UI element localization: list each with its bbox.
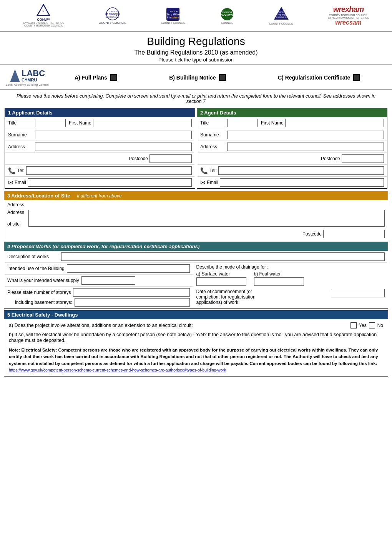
description-label: Description of works <box>7 254 61 259</box>
agent-address-row: Address <box>197 141 387 153</box>
electrical-no-label: No <box>377 323 383 328</box>
applicant-postcode-input[interactable] <box>149 154 192 163</box>
agent-firstname-input[interactable] <box>285 119 384 127</box>
applicant-email-label: Email <box>15 180 26 185</box>
regularisation-label: C) Regularisation Certificate <box>278 75 350 81</box>
agent-tel-input[interactable] <box>218 166 384 175</box>
section3-subtitle: if different from above <box>77 193 122 199</box>
date-row: Date of commencement (or completion, for… <box>196 289 385 305</box>
date-label3: applications) of work: <box>196 300 327 305</box>
applicant-firstname-input[interactable] <box>93 119 192 127</box>
drainage-label: Describe the mode of drainage for : <box>196 264 385 270</box>
applicant-title-label: Title <box>8 120 35 126</box>
applicant-email-row: ✉ Email <box>5 177 195 188</box>
submission-instruction: Please tick the type of submission <box>8 57 384 63</box>
section3-header-row: 3 Address/Location of Site if different … <box>4 191 388 200</box>
agent-surname-input[interactable] <box>227 131 384 139</box>
agent-email-input[interactable] <box>220 178 384 187</box>
title-section: Building Regulations The Building Regula… <box>0 32 392 65</box>
agent-postcode-input[interactable] <box>342 154 384 163</box>
svg-text:GWYNEDD: GWYNEDD <box>220 13 234 17</box>
submission-building-notice[interactable]: B) Building Notice <box>169 74 226 81</box>
labc-submission-row: LABC CYMRU Local Authority Building Cont… <box>0 65 392 90</box>
agent-title-input[interactable] <box>227 119 258 127</box>
agent-surname-label: Surname <box>200 132 227 138</box>
agent-email-icon: ✉ <box>200 179 205 186</box>
agent-address-input[interactable] <box>227 143 384 151</box>
applicant-tel-label: Tel: <box>17 168 25 173</box>
works-right-col: Describe the mode of drainage for : a) S… <box>193 263 388 308</box>
electrical-qa-row: a) Does the project involve alterations,… <box>9 322 383 328</box>
site-address-input[interactable] <box>28 210 385 227</box>
applicant-address-input[interactable] <box>35 143 192 151</box>
electrical-body: a) Does the project involve alterations,… <box>4 319 388 377</box>
drainage-headers: a) Surface water b) Foul water <box>196 271 385 277</box>
foul-water-input[interactable] <box>254 277 304 286</box>
site-address-row: Address <box>4 200 388 209</box>
electrical-note-bold: Note: Electrical Safety: Competent perso… <box>9 348 378 366</box>
date-input[interactable] <box>331 289 385 297</box>
agent-tel-label: Tel: <box>209 168 217 173</box>
svg-text:Denbighshire: Denbighshire <box>106 16 120 18</box>
surface-water-input[interactable] <box>196 277 246 286</box>
section5-header: 5 Electrical Safety - Dwellings <box>4 310 388 319</box>
electrical-qa-answers: Yes No <box>350 322 383 328</box>
section1-header: 1 Applicant Details <box>5 108 195 117</box>
electrical-note: Note: Electrical Safety: Competent perso… <box>9 347 383 373</box>
site-address-label: Address <box>7 202 28 207</box>
agent-tel-row: 📞 Tel: <box>197 165 387 177</box>
basement-input[interactable] <box>75 298 190 307</box>
site-address-label2: Address <box>7 210 28 215</box>
description-input[interactable] <box>61 252 385 261</box>
storeys-label: Please state number of storeys <box>7 290 71 295</box>
site-of-site-label: of site <box>7 221 28 227</box>
drainage-section: Describe the mode of drainage for : a) S… <box>196 264 385 286</box>
intended-use-input[interactable] <box>67 264 190 273</box>
electrical-no-checkbox[interactable] <box>369 322 375 328</box>
logos-row: C CONWY CYNGOR BWRDEISTREF SIROL COUNTY … <box>0 0 392 32</box>
electrical-link-label: link: <box>368 361 377 366</box>
water-supply-row: What is your intended water supply <box>4 275 193 287</box>
storeys-input[interactable] <box>73 288 189 297</box>
submission-regularisation[interactable]: C) Regularisation Certificate <box>278 74 360 81</box>
site-address-input-row: Address of site <box>4 209 388 228</box>
intended-use-label: Intended use of the Building <box>7 266 65 271</box>
logo-conwy: C CONWY CYNGOR BWRDEISTREF SIROL COUNTY … <box>23 4 64 27</box>
section-2-agent: 2 Agent Details Title First Name Surname… <box>197 108 387 189</box>
regularisation-checkbox[interactable] <box>353 74 360 81</box>
applicant-firstname-label: First Name <box>69 120 91 126</box>
electrical-link[interactable]: https://www.gov.uk/competent-person-sche… <box>9 368 226 372</box>
svg-text:CYNGOR SIR: CYNGOR SIR <box>275 11 287 13</box>
applicant-surname-input[interactable] <box>35 131 192 139</box>
intended-use-row: Intended use of the Building <box>4 263 193 275</box>
submission-types: A) Full Plans B) Building Notice C) Regu… <box>48 74 386 81</box>
works-left-col: Intended use of the Building What is you… <box>4 263 193 308</box>
agent-phone-icon: 📞 <box>200 167 208 174</box>
building-notice-label: B) Building Notice <box>169 75 216 81</box>
full-plans-checkbox[interactable] <box>110 74 117 81</box>
main-title: Building Regulations <box>8 35 384 48</box>
basement-label: including basement storeys: <box>15 300 72 305</box>
section-5-electrical: 5 Electrical Safety - Dwellings a) Does … <box>4 310 388 377</box>
electrical-yes-checkbox[interactable] <box>350 322 357 328</box>
site-postcode-input[interactable] <box>323 230 385 238</box>
logo-anglesey: CYNGOR SIR YNYS MÔN ISLE OF ANGLESEY COU… <box>269 4 293 27</box>
section-1-applicant: 1 Applicant Details Title First Name Sur… <box>5 108 195 189</box>
section2-header: 2 Agent Details <box>197 108 387 117</box>
applicant-email-input[interactable] <box>28 178 192 187</box>
applicant-title-input[interactable] <box>35 119 66 127</box>
sections-1-2: 1 Applicant Details Title First Name Sur… <box>0 107 392 189</box>
applicant-tel-input[interactable] <box>26 166 192 175</box>
building-notice-checkbox[interactable] <box>219 74 226 81</box>
applicant-email-icon: ✉ <box>8 179 13 186</box>
applicant-tel-row: 📞 Tel: <box>5 165 195 177</box>
electrical-qb-row: b) If so, will the electrical work be un… <box>9 332 383 343</box>
applicant-surname-label: Surname <box>8 132 35 138</box>
svg-text:YNYS MÔN: YNYS MÔN <box>275 14 287 16</box>
surface-water-label: a) Surface water <box>196 271 246 277</box>
agent-email-label: Email <box>207 180 218 185</box>
logo-denbigh: CYNGOR Sir Ddinbych Denbighshire COUNTY … <box>99 4 126 27</box>
submission-full-plans[interactable]: A) Full Plans <box>75 74 117 81</box>
water-supply-input[interactable] <box>81 276 135 285</box>
date-label1: Date of commencement (or <box>196 289 327 294</box>
